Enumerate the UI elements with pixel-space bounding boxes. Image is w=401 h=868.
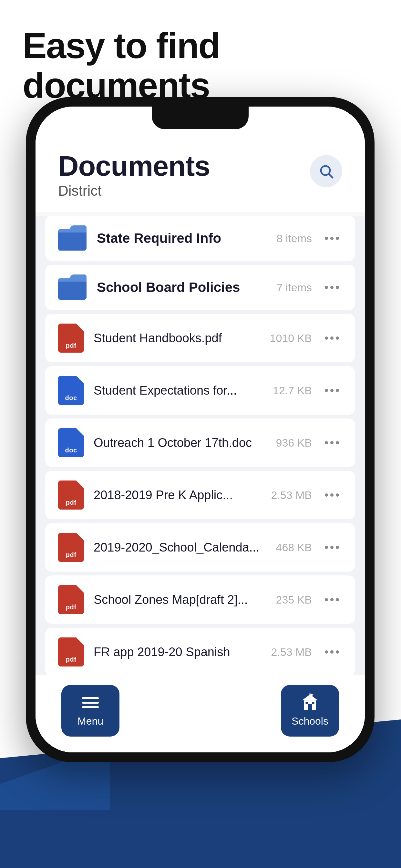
screen-content: Documents District	[35, 132, 365, 752]
doc-icon: doc	[58, 428, 84, 457]
dot-3	[336, 493, 339, 497]
schools-label: Schools	[291, 715, 328, 727]
file-name: School Zones Map[draft 2]...	[94, 593, 269, 607]
more-options-button[interactable]	[321, 385, 342, 395]
svg-marker-8	[311, 693, 314, 696]
dot-3	[336, 286, 339, 289]
dot-1	[325, 650, 328, 654]
dot-2	[330, 441, 334, 444]
more-options-button[interactable]	[321, 333, 342, 343]
file-left: doc Student Expectations for...	[58, 376, 266, 405]
dot-3	[336, 389, 339, 392]
pdf-icon: pdf	[58, 480, 84, 509]
list-item[interactable]: pdf School Zones Map[draft 2]... 235 KB	[45, 576, 355, 624]
file-left: doc Outreach 1 October 17th.doc	[58, 428, 269, 457]
menu-button[interactable]: Menu	[61, 685, 120, 737]
dot-1	[325, 441, 328, 444]
file-size: 1010 KB	[270, 332, 312, 345]
doc-icon: doc	[58, 376, 84, 405]
dot-1	[325, 493, 328, 497]
dot-1	[325, 389, 328, 392]
phone-screen: Documents District	[35, 106, 365, 752]
hamburger-line-2	[82, 702, 99, 704]
hamburger-line-1	[82, 697, 99, 699]
file-left: pdf School Zones Map[draft 2]...	[58, 585, 269, 614]
file-name: State Required Info	[97, 230, 270, 246]
file-name: Student Handbooks.pdf	[94, 331, 264, 345]
file-left: pdf FR app 2019-20 Spanish	[58, 638, 265, 666]
file-size: 12.7 KB	[273, 384, 312, 397]
svg-rect-4	[308, 704, 312, 710]
pdf-icon: pdf	[58, 585, 84, 614]
file-size: 7 items	[276, 281, 312, 294]
file-size: 468 KB	[276, 541, 312, 554]
file-right: 1010 KB	[270, 332, 342, 345]
hamburger-icon	[82, 697, 99, 708]
list-item[interactable]: School Board Policies 7 items	[45, 265, 355, 310]
folder-icon	[58, 275, 87, 300]
file-left: School Board Policies	[58, 275, 270, 300]
phone-frame: Documents District	[26, 97, 374, 762]
file-right: 235 KB	[276, 593, 342, 606]
file-left: pdf 2019-2020_School_Calenda...	[58, 533, 269, 562]
more-options-button[interactable]	[321, 542, 342, 552]
schools-icon	[300, 694, 320, 711]
file-left: pdf Student Handbooks.pdf	[58, 323, 264, 352]
dot-2	[330, 598, 334, 601]
phone-notch	[152, 106, 249, 129]
hamburger-line-3	[82, 706, 99, 708]
file-left: pdf 2018-2019 Pre K Applic...	[58, 480, 265, 509]
dot-2	[330, 493, 334, 497]
more-options-button[interactable]	[321, 595, 342, 604]
file-size: 235 KB	[276, 593, 312, 606]
svg-rect-6	[312, 702, 314, 704]
list-item[interactable]: pdf 2019-2020_School_Calenda... 468 KB	[45, 523, 355, 571]
list-item[interactable]: pdf 2018-2019 Pre K Applic... 2.53 MB	[45, 471, 355, 519]
documents-header: Documents District	[35, 132, 365, 212]
file-name: 2019-2020_School_Calenda...	[94, 540, 269, 554]
file-right: 8 items	[276, 232, 342, 245]
list-item[interactable]: doc Student Expectations for... 12.7 KB	[45, 366, 355, 414]
list-item[interactable]: pdf Student Handbooks.pdf 1010 KB	[45, 314, 355, 362]
file-list: State Required Info 8 items	[35, 216, 365, 728]
dot-2	[330, 650, 334, 654]
dot-1	[325, 237, 328, 240]
building-icon	[300, 693, 320, 712]
svg-rect-5	[306, 702, 308, 704]
file-right: 2.53 MB	[271, 489, 342, 501]
file-right: 2.53 MB	[271, 646, 342, 658]
documents-title: Documents	[58, 152, 210, 180]
list-item[interactable]: State Required Info 8 items	[45, 216, 355, 261]
file-name: Student Expectations for...	[94, 383, 266, 398]
more-options-button[interactable]	[321, 283, 342, 292]
file-name: FR app 2019-20 Spanish	[94, 645, 265, 659]
schools-button[interactable]: Schools	[281, 685, 339, 737]
menu-label: Menu	[78, 715, 103, 727]
more-options-button[interactable]	[321, 647, 342, 657]
documents-subtitle: District	[58, 183, 210, 199]
page-heading: Easy to find documents	[23, 26, 401, 105]
file-name: School Board Policies	[97, 280, 270, 295]
more-options-button[interactable]	[321, 234, 342, 243]
dot-3	[336, 650, 339, 654]
folder-icon	[58, 225, 87, 251]
file-right: 936 KB	[276, 437, 342, 449]
file-size: 2.53 MB	[271, 489, 312, 501]
list-item[interactable]: pdf FR app 2019-20 Spanish 2.53 MB	[45, 628, 355, 676]
search-icon	[318, 163, 334, 179]
title-area: Documents District	[58, 152, 210, 199]
more-options-button[interactable]	[321, 438, 342, 447]
pdf-icon: pdf	[58, 533, 84, 562]
dot-3	[336, 337, 339, 340]
dot-2	[330, 546, 334, 549]
pdf-icon: pdf	[58, 638, 84, 666]
dot-3	[336, 441, 339, 444]
more-options-button[interactable]	[321, 490, 342, 500]
svg-line-1	[329, 174, 333, 178]
file-right: 468 KB	[276, 541, 342, 554]
dot-3	[336, 237, 339, 240]
search-button[interactable]	[310, 155, 342, 187]
list-item[interactable]: doc Outreach 1 October 17th.doc 936 KB	[45, 418, 355, 467]
dot-2	[330, 389, 334, 392]
dot-3	[336, 598, 339, 601]
